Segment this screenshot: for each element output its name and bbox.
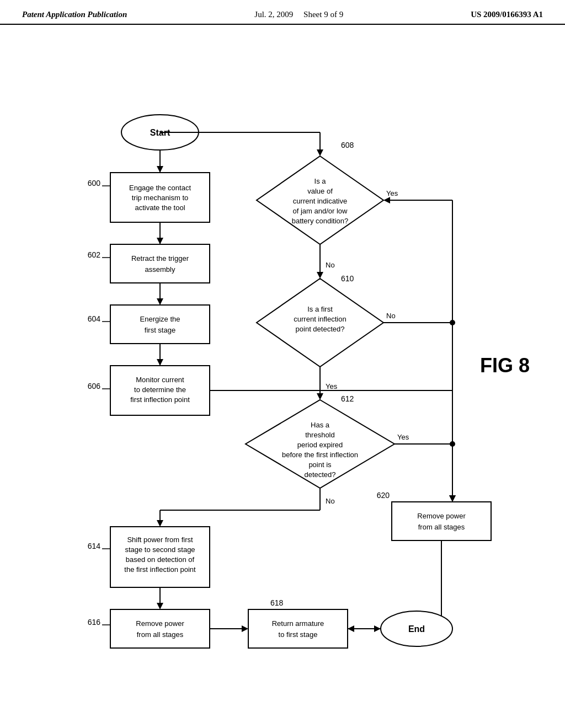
svg-text:of jam and/or low: of jam and/or low	[293, 207, 348, 215]
svg-text:detected?: detected?	[304, 470, 335, 479]
svg-marker-80	[449, 495, 456, 502]
svg-text:to determine the: to determine the	[134, 386, 186, 394]
svg-text:Retract the trigger: Retract the trigger	[131, 254, 189, 263]
svg-text:FIG 8: FIG 8	[480, 354, 530, 377]
svg-text:stage to second stage: stage to second stage	[125, 545, 195, 554]
svg-text:battery condition?: battery condition?	[292, 217, 349, 225]
header-date: Jul. 2, 2009	[254, 10, 293, 19]
svg-text:to first stage: to first stage	[279, 630, 318, 639]
svg-marker-11	[157, 238, 163, 244]
svg-text:current inflection: current inflection	[294, 315, 346, 323]
svg-text:first inflection point: first inflection point	[130, 395, 190, 404]
svg-text:from all stages: from all stages	[137, 630, 184, 639]
svg-marker-40	[317, 149, 323, 156]
svg-text:Energize the: Energize the	[140, 315, 180, 323]
header-sheet: Sheet 9 of 9	[303, 10, 343, 19]
svg-text:614: 614	[88, 542, 101, 550]
svg-text:Shift power from first: Shift power from first	[127, 536, 193, 544]
svg-marker-18	[157, 298, 163, 305]
svg-marker-101	[242, 625, 248, 632]
svg-text:620: 620	[377, 491, 390, 500]
svg-rect-21	[110, 305, 210, 344]
svg-rect-14	[110, 244, 210, 283]
svg-marker-55	[317, 272, 323, 279]
svg-text:Is a first: Is a first	[307, 305, 333, 313]
svg-text:No: No	[326, 497, 335, 505]
svg-text:current indicative: current indicative	[293, 197, 347, 205]
svg-text:period expired: period expired	[297, 441, 343, 449]
svg-text:Remove power: Remove power	[136, 619, 184, 628]
svg-text:600: 600	[88, 179, 101, 188]
svg-marker-45	[383, 197, 390, 204]
svg-text:Yes: Yes	[386, 189, 398, 197]
svg-text:No: No	[386, 312, 396, 320]
svg-marker-66	[317, 393, 323, 400]
svg-text:Remove power: Remove power	[417, 512, 466, 520]
svg-marker-110	[374, 625, 381, 632]
svg-text:Yes: Yes	[326, 382, 338, 390]
svg-text:the first inflection point: the first inflection point	[124, 565, 196, 574]
svg-text:Yes: Yes	[397, 433, 409, 441]
header-patent: US 2009/0166393 A1	[471, 10, 543, 19]
svg-text:No: No	[326, 261, 335, 269]
svg-text:End: End	[408, 624, 425, 634]
svg-marker-3	[157, 166, 163, 173]
svg-text:before the first inflection: before the first inflection	[282, 451, 358, 459]
svg-point-64	[450, 320, 455, 325]
header-publication: Patent Application Publication	[22, 10, 127, 19]
svg-text:from all stages: from all stages	[418, 523, 465, 531]
svg-text:608: 608	[341, 141, 354, 149]
header-date-sheet: Jul. 2, 2009 Sheet 9 of 9	[254, 10, 343, 19]
svg-text:point detected?: point detected?	[296, 325, 345, 333]
svg-text:Engage the contact: Engage the contact	[129, 184, 191, 192]
svg-text:616: 616	[88, 618, 101, 627]
svg-marker-85	[157, 520, 163, 527]
svg-text:value of: value of	[307, 187, 333, 195]
svg-text:Is a: Is a	[315, 177, 327, 185]
svg-text:604: 604	[88, 314, 101, 323]
svg-text:assembly: assembly	[145, 265, 175, 274]
svg-text:606: 606	[88, 382, 101, 390]
page-header: Patent Application Publication Jul. 2, 2…	[0, 0, 565, 25]
svg-text:618: 618	[270, 598, 284, 607]
svg-text:612: 612	[341, 394, 354, 403]
svg-text:trip mechanism to: trip mechanism to	[132, 194, 189, 202]
svg-text:602: 602	[88, 250, 101, 259]
svg-text:first stage: first stage	[145, 326, 175, 334]
svg-text:610: 610	[341, 274, 354, 283]
svg-rect-48	[392, 502, 491, 540]
svg-text:point is: point is	[308, 461, 332, 469]
svg-text:Return armature: Return armature	[272, 619, 324, 628]
flowchart-svg: Start 600 Engage the contact trip mechan…	[0, 30, 565, 714]
svg-rect-97	[110, 609, 210, 648]
svg-marker-25	[157, 359, 163, 366]
svg-text:activate the tool: activate the tool	[135, 204, 185, 212]
svg-rect-103	[248, 609, 348, 648]
svg-marker-94	[157, 603, 163, 609]
svg-text:based on detection of: based on detection of	[126, 555, 195, 564]
diagram-area: Start 600 Engage the contact trip mechan…	[0, 30, 565, 714]
svg-text:threshold: threshold	[305, 431, 334, 439]
svg-text:Monitor current: Monitor current	[136, 376, 184, 384]
svg-text:Has a: Has a	[311, 421, 330, 429]
